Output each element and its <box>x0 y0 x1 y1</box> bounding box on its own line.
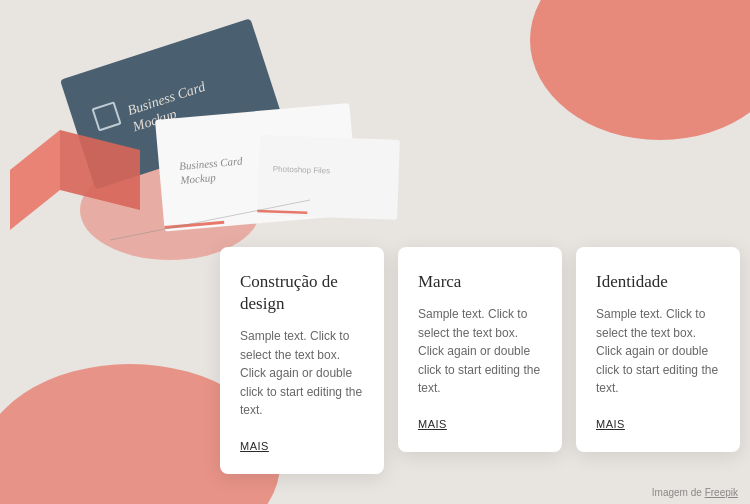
card-2-title: Marca <box>418 271 542 293</box>
svg-marker-11 <box>10 130 60 230</box>
svg-line-10 <box>257 211 307 213</box>
deco-shape-top-right <box>530 0 750 140</box>
cards-container: Construção de design Sample text. Click … <box>220 247 740 474</box>
attribution: Imagem de Freepik <box>652 487 738 498</box>
card-2-text: Sample text. Click to select the text bo… <box>418 305 542 398</box>
card-marca: Marca Sample text. Click to select the t… <box>398 247 562 452</box>
card-1-text: Sample text. Click to select the text bo… <box>240 327 364 420</box>
card-1-mais-link[interactable]: MAIS <box>240 440 269 452</box>
card-identidade: Identidade Sample text. Click to select … <box>576 247 740 452</box>
svg-rect-8 <box>257 135 400 220</box>
card-3-text: Sample text. Click to select the text bo… <box>596 305 720 398</box>
card-1-title: Construção de design <box>240 271 364 315</box>
card-3-title: Identidade <box>596 271 720 293</box>
freepik-link[interactable]: Freepik <box>705 487 738 498</box>
attribution-text: Imagem de <box>652 487 705 498</box>
card-2-mais-link[interactable]: MAIS <box>418 418 447 430</box>
card-construcao: Construção de design Sample text. Click … <box>220 247 384 474</box>
card-3-mais-link[interactable]: MAIS <box>596 418 625 430</box>
